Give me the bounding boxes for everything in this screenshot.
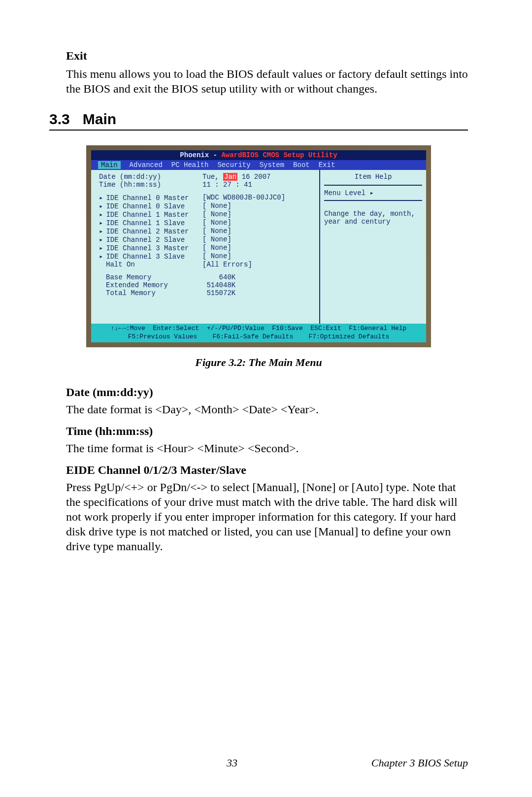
ide-value: [ None]	[202, 235, 314, 244]
exit-text: This menu allows you to load the BIOS de…	[66, 66, 468, 96]
chapter-label: Chapter 3 BIOS Setup	[371, 757, 468, 769]
tab-advanced[interactable]: Advanced	[130, 161, 163, 169]
ide-row[interactable]: ▸IDE Channel 0 Slave[ None]	[99, 202, 314, 210]
bios-help-column: Item Help Menu Level ▸ Change the day, m…	[320, 170, 426, 324]
spacer	[99, 297, 314, 317]
memory-rows: Base Memory 640KExtended Memory 514048KT…	[99, 273, 314, 297]
bios-footer-2: F5:Previous Values F6:Fail-Safe Defaults…	[91, 333, 426, 342]
field-eide-heading: EIDE Channel 0/1/2/3 Master/Slave	[66, 464, 468, 477]
ide-row[interactable]: ▸IDE Channel 1 Master[ None]	[99, 210, 314, 219]
help-text: Change the day, month, year and century	[324, 210, 422, 226]
ide-value: [ None]	[202, 210, 314, 219]
ide-value: [ None]	[202, 252, 314, 261]
date-prefix: Tue,	[202, 173, 223, 181]
date-row[interactable]: Date (mm:dd:yy) Tue, Jan 16 2007	[99, 173, 314, 181]
ide-value: [ None]	[202, 202, 314, 210]
ide-value: [WDC WD800JB-00JJC0]	[202, 194, 314, 202]
date-label: Date (mm:dd:yy)	[99, 173, 202, 181]
field-eide-text: Press PgUp/<+> or PgDn/<-> to select [Ma…	[66, 480, 468, 554]
bios-left-column: Date (mm:dd:yy) Tue, Jan 16 2007 Time (h…	[91, 170, 320, 324]
ide-label: ▸IDE Channel 2 Master	[99, 227, 202, 235]
time-value: 11 : 27 : 41	[202, 181, 314, 189]
page-footer: 33 Chapter 3 BIOS Setup	[0, 757, 532, 769]
ide-label: ▸IDE Channel 3 Master	[99, 244, 202, 252]
ide-value: [ None]	[202, 219, 314, 227]
caret-icon: ▸	[99, 253, 103, 261]
memory-label: Total Memory	[99, 289, 202, 297]
field-time-text: The time format is <Hour> <Minute> <Seco…	[66, 441, 468, 456]
halt-row[interactable]: Halt On [All Errors]	[99, 261, 314, 268]
tab-exit[interactable]: Exit	[319, 161, 335, 169]
ide-label: ▸IDE Channel 1 Master	[99, 210, 202, 219]
memory-row: Total Memory 515072K	[99, 289, 314, 297]
spacer	[99, 268, 314, 273]
caret-icon: ▸	[99, 211, 103, 219]
ide-label: ▸IDE Channel 0 Master	[99, 194, 202, 202]
bios-titlebar: Phoenix - AwardBIOS CMOS Setup Utility	[91, 150, 426, 160]
bios-title-prefix: Phoenix -	[180, 151, 221, 159]
caret-icon: ▸	[99, 228, 103, 235]
ide-rows: ▸IDE Channel 0 Master[WDC WD800JB-00JJC0…	[99, 194, 314, 261]
tab-system[interactable]: System	[260, 161, 284, 169]
ide-label: ▸IDE Channel 3 Slave	[99, 252, 202, 261]
figure-caption: Figure 3.2: The Main Menu	[49, 356, 468, 369]
ide-row[interactable]: ▸IDE Channel 0 Master[WDC WD800JB-00JJC0…	[99, 194, 314, 202]
bios-screenshot: Phoenix - AwardBIOS CMOS Setup Utility M…	[86, 145, 431, 347]
time-row[interactable]: Time (hh:mm:ss) 11 : 27 : 41	[99, 181, 314, 189]
date-month-selected[interactable]: Jan	[223, 173, 237, 181]
monitor-bezel: Phoenix - AwardBIOS CMOS Setup Utility M…	[86, 145, 431, 347]
date-suffix: 16 2007	[237, 173, 270, 181]
tab-pc-health[interactable]: PC Health	[171, 161, 209, 169]
bios-menubar: Main Advanced PC Health Security System …	[91, 160, 426, 170]
exit-heading: Exit	[66, 49, 468, 63]
ide-row[interactable]: ▸IDE Channel 2 Master[ None]	[99, 227, 314, 235]
item-help-title: Item Help	[324, 173, 422, 181]
ide-value: [ None]	[202, 244, 314, 252]
page-number: 33	[227, 757, 237, 769]
memory-row: Extended Memory 514048K	[99, 281, 314, 289]
memory-value: 515072K	[202, 289, 314, 297]
ide-value: [ None]	[202, 227, 314, 235]
field-time-heading: Time (hh:mm:ss)	[66, 425, 468, 438]
caret-icon: ▸	[99, 194, 103, 202]
bios-footer-1: ↑↓←→:Move Enter:Select +/-/PU/PD:Value F…	[91, 324, 426, 333]
ide-row[interactable]: ▸IDE Channel 1 Slave[ None]	[99, 219, 314, 227]
halt-value: [All Errors]	[202, 261, 314, 268]
field-date-text: The date format is <Day>, <Month> <Date>…	[66, 402, 468, 417]
ide-row[interactable]: ▸IDE Channel 3 Master[ None]	[99, 244, 314, 252]
section-title: Main	[83, 111, 116, 128]
date-value: Tue, Jan 16 2007	[202, 173, 314, 181]
section-heading: 3.3 Main	[49, 111, 468, 131]
memory-label: Extended Memory	[99, 281, 202, 289]
time-label: Time (hh:mm:ss)	[99, 181, 202, 189]
halt-label: Halt On	[99, 261, 202, 268]
spacer	[99, 189, 314, 194]
caret-icon: ▸	[99, 202, 103, 210]
memory-value: 514048K	[202, 281, 314, 289]
bios-title-main: AwardBIOS CMOS Setup Utility	[221, 151, 337, 159]
menu-level: Menu Level ▸	[324, 185, 422, 201]
document-page: Exit This menu allows you to load the BI…	[0, 0, 532, 797]
tab-security[interactable]: Security	[217, 161, 250, 169]
exit-section: Exit This menu allows you to load the BI…	[66, 49, 468, 96]
bios-screen: Phoenix - AwardBIOS CMOS Setup Utility M…	[91, 150, 426, 342]
ide-row[interactable]: ▸IDE Channel 2 Slave[ None]	[99, 235, 314, 244]
field-date-heading: Date (mm:dd:yy)	[66, 386, 468, 399]
tab-boot[interactable]: Boot	[293, 161, 310, 169]
bios-body: Date (mm:dd:yy) Tue, Jan 16 2007 Time (h…	[91, 170, 426, 324]
caret-icon: ▸	[99, 219, 103, 227]
ide-label: ▸IDE Channel 0 Slave	[99, 202, 202, 210]
ide-label: ▸IDE Channel 1 Slave	[99, 219, 202, 227]
tab-main[interactable]: Main	[98, 161, 121, 169]
caret-icon: ▸	[99, 244, 103, 252]
ide-label: ▸IDE Channel 2 Slave	[99, 235, 202, 244]
ide-row[interactable]: ▸IDE Channel 3 Slave[ None]	[99, 252, 314, 261]
memory-row: Base Memory 640K	[99, 273, 314, 281]
memory-label: Base Memory	[99, 273, 202, 281]
caret-icon: ▸	[99, 236, 103, 244]
section-number: 3.3	[49, 111, 70, 128]
memory-value: 640K	[202, 273, 314, 281]
